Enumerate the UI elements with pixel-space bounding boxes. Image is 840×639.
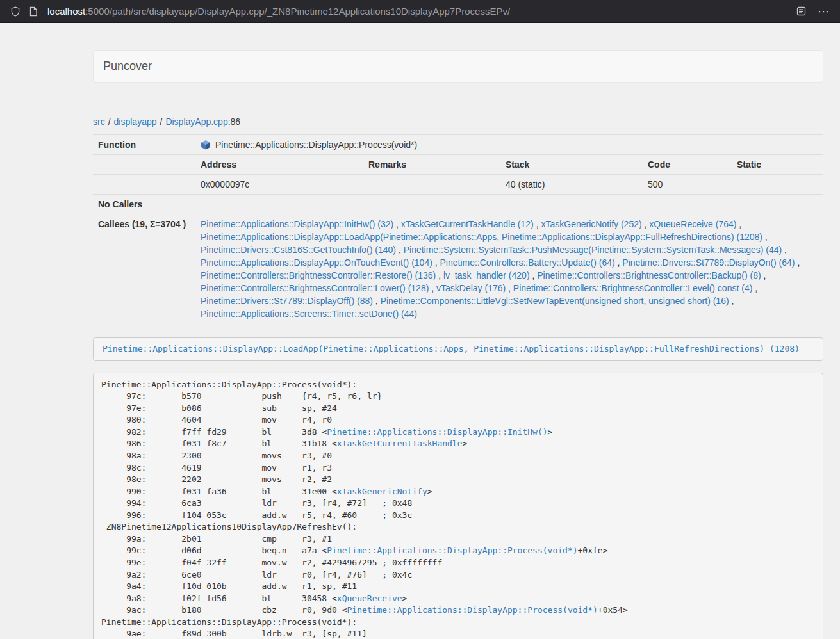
table-row-no-callers: No Callers bbox=[93, 195, 823, 214]
callee-link[interactable]: Pinetime::Drivers::Cst816S::GetTouchInfo… bbox=[201, 245, 396, 255]
callee-link[interactable]: xTaskGenericNotify (252) bbox=[541, 219, 641, 229]
value-code: 500 bbox=[643, 175, 732, 195]
reader-view-icon[interactable] bbox=[792, 3, 810, 20]
callee-link[interactable]: Pinetime::Applications::DisplayApp::Init… bbox=[201, 219, 393, 229]
column-header-remarks: Remarks bbox=[363, 155, 500, 175]
highlighted-symbol-link[interactable]: Pinetime::Applications::DisplayApp::Load… bbox=[103, 344, 800, 353]
function-table: Function Pinetime::Applications::Display… bbox=[93, 134, 823, 323]
callee-link[interactable]: vTaskDelay (176) bbox=[436, 283, 506, 293]
table-row-values: 0x0000097c 40 (static) 500 bbox=[93, 175, 823, 195]
table-row-column-headers: Address Remarks Stack Code Static bbox=[93, 155, 823, 175]
callee-link[interactable]: Pinetime::Controllers::BrightnessControl… bbox=[201, 283, 429, 293]
breadcrumb-separator: / bbox=[108, 117, 111, 127]
callee-link[interactable]: Pinetime::Drivers::St7789::DisplayOff() … bbox=[201, 296, 373, 306]
assembly-code: Pinetime::Applications::DisplayApp::Proc… bbox=[93, 373, 823, 639]
value-remarks bbox=[363, 175, 500, 195]
url-host: localhost bbox=[47, 6, 85, 17]
empty-cell bbox=[195, 195, 823, 214]
browser-chrome: localhost:5000/path/src/displayapp/Displ… bbox=[0, 0, 840, 23]
shield-icon[interactable] bbox=[6, 3, 24, 20]
callee-link[interactable]: Pinetime::Controllers::BrightnessControl… bbox=[201, 270, 436, 280]
breadcrumb-link-src[interactable]: src bbox=[93, 117, 105, 127]
callees-label: Callees (19, Σ=3704 ) bbox=[93, 214, 195, 324]
assembly-symbol-link[interactable]: Pinetime::Applications::DisplayApp::Init… bbox=[327, 427, 547, 437]
callee-link[interactable]: Pinetime::Controllers::BrightnessControl… bbox=[537, 270, 761, 280]
page-info-icon[interactable] bbox=[24, 3, 42, 20]
callee-link[interactable]: Pinetime::System::SystemTask::PushMessag… bbox=[404, 245, 782, 255]
assembly-symbol-link[interactable]: xTaskGetCurrentTaskHandle bbox=[337, 439, 463, 448]
column-header-address: Address bbox=[195, 155, 363, 175]
assembly-symbol-link[interactable]: Pinetime::Applications::DisplayApp::Proc… bbox=[347, 605, 598, 615]
empty-cell bbox=[93, 155, 195, 175]
function-type-icon bbox=[201, 140, 211, 150]
table-row-function: Function Pinetime::Applications::Display… bbox=[93, 135, 823, 155]
assembly-symbol-link[interactable]: xQueueReceive bbox=[337, 594, 402, 603]
highlighted-symbol-box: Pinetime::Applications::DisplayApp::Load… bbox=[93, 337, 823, 361]
assembly-symbol-link[interactable]: Pinetime::Applications::DisplayApp::Proc… bbox=[327, 546, 577, 555]
callee-link[interactable]: Pinetime::Controllers::BrightnessControl… bbox=[513, 283, 752, 293]
callees-cell: Pinetime::Applications::DisplayApp::Init… bbox=[195, 214, 823, 324]
breadcrumb-separator: / bbox=[160, 117, 163, 127]
breadcrumb: src/displayapp/DisplayApp.cpp:86 bbox=[93, 117, 823, 127]
breadcrumb-link-file[interactable]: DisplayApp.cpp bbox=[165, 117, 227, 127]
column-header-static: Static bbox=[732, 155, 823, 175]
value-static bbox=[732, 175, 823, 195]
breadcrumb-line-number: :86 bbox=[228, 117, 240, 127]
callee-link[interactable]: Pinetime::Controllers::Battery::Update()… bbox=[440, 257, 615, 268]
function-name: Pinetime::Applications::DisplayApp::Proc… bbox=[215, 140, 417, 150]
page-container: Puncover src/displayapp/DisplayApp.cpp:8… bbox=[93, 50, 823, 639]
empty-cell bbox=[93, 175, 195, 195]
url-bar[interactable]: localhost:5000/path/src/displayapp/Displ… bbox=[47, 6, 792, 17]
breadcrumb-link-displayapp[interactable]: displayapp bbox=[114, 117, 157, 127]
assembly-symbol-link[interactable]: xTaskGenericNotify bbox=[337, 487, 427, 496]
callee-link[interactable]: Pinetime::Applications::DisplayApp::Load… bbox=[201, 232, 762, 242]
navbar: Puncover bbox=[93, 50, 823, 83]
column-header-code: Code bbox=[643, 155, 732, 175]
callee-link[interactable]: lv_task_handler (420) bbox=[443, 270, 530, 280]
function-row-label: Function bbox=[93, 135, 195, 155]
callee-link[interactable]: xTaskGetCurrentTaskHandle (12) bbox=[401, 219, 534, 229]
callee-link[interactable]: Pinetime::Applications::DisplayApp::OnTo… bbox=[201, 257, 432, 268]
column-header-stack: Stack bbox=[500, 155, 643, 175]
table-row-callees: Callees (19, Σ=3704 ) Pinetime::Applicat… bbox=[93, 214, 823, 324]
callee-link[interactable]: Pinetime::Components::LittleVgl::SetNewT… bbox=[381, 296, 729, 306]
brand-link[interactable]: Puncover bbox=[103, 60, 152, 73]
callee-link[interactable]: Pinetime::Applications::Screens::Timer::… bbox=[201, 309, 417, 319]
no-callers-label: No Callers bbox=[93, 195, 195, 214]
callee-link[interactable]: xQueueReceive (764) bbox=[649, 219, 736, 229]
callee-link[interactable]: Pinetime::Drivers::St7789::DisplayOn() (… bbox=[622, 257, 795, 268]
value-address: 0x0000097c bbox=[195, 175, 363, 195]
value-stack: 40 (static) bbox=[500, 175, 643, 195]
overflow-menu-icon[interactable]: ⋯ bbox=[818, 6, 830, 17]
divider bbox=[93, 102, 823, 102]
url-path: :5000/path/src/displayapp/DisplayApp.cpp… bbox=[85, 6, 510, 17]
